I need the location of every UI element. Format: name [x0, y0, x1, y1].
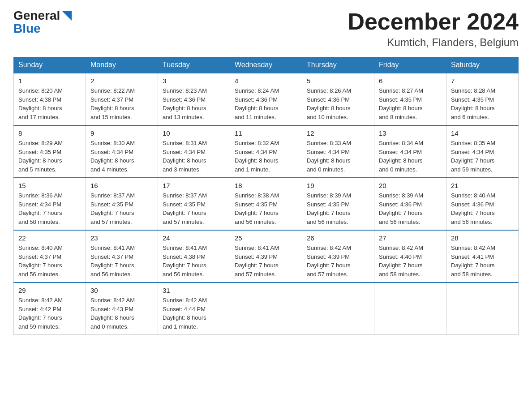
- month-title: December 2024: [348, 9, 519, 34]
- header-cell-tuesday: Tuesday: [158, 57, 230, 73]
- day-info: Sunrise: 8:38 AMSunset: 4:35 PMDaylight:…: [235, 191, 297, 226]
- day-cell: 15Sunrise: 8:36 AMSunset: 4:34 PMDayligh…: [14, 178, 86, 230]
- day-number: 1: [18, 77, 81, 85]
- day-cell: 9Sunrise: 8:30 AMSunset: 4:34 PMDaylight…: [86, 125, 158, 178]
- day-info: Sunrise: 8:39 AMSunset: 4:35 PMDaylight:…: [307, 191, 369, 226]
- day-number: 5: [307, 77, 369, 85]
- day-info: Sunrise: 8:35 AMSunset: 4:34 PMDaylight:…: [451, 139, 514, 174]
- day-cell: [230, 283, 302, 335]
- day-info: Sunrise: 8:30 AMSunset: 4:34 PMDaylight:…: [90, 139, 153, 174]
- logo-blue-text: Blue: [13, 22, 41, 35]
- day-cell: 1Sunrise: 8:20 AMSunset: 4:38 PMDaylight…: [14, 73, 86, 125]
- day-info: Sunrise: 8:37 AMSunset: 4:35 PMDaylight:…: [90, 191, 153, 226]
- day-cell: 7Sunrise: 8:28 AMSunset: 4:35 PMDaylight…: [446, 73, 519, 125]
- day-number: 13: [379, 129, 442, 137]
- week-row-2: 8Sunrise: 8:29 AMSunset: 4:35 PMDaylight…: [14, 125, 519, 178]
- day-cell: 30Sunrise: 8:42 AMSunset: 4:43 PMDayligh…: [86, 283, 158, 335]
- day-cell: 19Sunrise: 8:39 AMSunset: 4:35 PMDayligh…: [302, 178, 374, 230]
- day-info: Sunrise: 8:22 AMSunset: 4:37 PMDaylight:…: [90, 86, 153, 121]
- day-cell: 29Sunrise: 8:42 AMSunset: 4:42 PMDayligh…: [14, 283, 86, 335]
- day-cell: 16Sunrise: 8:37 AMSunset: 4:35 PMDayligh…: [86, 178, 158, 230]
- day-cell: 11Sunrise: 8:32 AMSunset: 4:34 PMDayligh…: [230, 125, 302, 178]
- day-number: 29: [18, 287, 81, 294]
- day-info: Sunrise: 8:29 AMSunset: 4:35 PMDaylight:…: [18, 139, 81, 174]
- day-number: 3: [163, 77, 225, 85]
- day-cell: 17Sunrise: 8:37 AMSunset: 4:35 PMDayligh…: [158, 178, 230, 230]
- day-number: 15: [18, 182, 81, 189]
- day-cell: 23Sunrise: 8:41 AMSunset: 4:37 PMDayligh…: [86, 230, 158, 283]
- title-area: December 2024 Kumtich, Flanders, Belgium: [348, 9, 519, 49]
- week-row-5: 29Sunrise: 8:42 AMSunset: 4:42 PMDayligh…: [14, 283, 519, 335]
- day-info: Sunrise: 8:32 AMSunset: 4:34 PMDaylight:…: [235, 139, 297, 174]
- day-cell: 25Sunrise: 8:41 AMSunset: 4:39 PMDayligh…: [230, 230, 302, 283]
- day-number: 2: [90, 77, 153, 85]
- day-info: Sunrise: 8:33 AMSunset: 4:34 PMDaylight:…: [307, 139, 369, 174]
- day-info: Sunrise: 8:28 AMSunset: 4:35 PMDaylight:…: [451, 86, 514, 121]
- header-cell-wednesday: Wednesday: [230, 57, 302, 73]
- day-number: 17: [163, 182, 225, 189]
- day-cell: 14Sunrise: 8:35 AMSunset: 4:34 PMDayligh…: [446, 125, 519, 178]
- day-number: 30: [90, 287, 153, 294]
- day-info: Sunrise: 8:20 AMSunset: 4:38 PMDaylight:…: [18, 86, 81, 121]
- day-number: 19: [307, 182, 369, 189]
- header-cell-saturday: Saturday: [446, 57, 519, 73]
- header-cell-sunday: Sunday: [14, 57, 86, 73]
- svg-marker-0: [62, 11, 72, 21]
- day-cell: 28Sunrise: 8:42 AMSunset: 4:41 PMDayligh…: [446, 230, 519, 283]
- day-info: Sunrise: 8:37 AMSunset: 4:35 PMDaylight:…: [163, 191, 225, 226]
- day-number: 23: [90, 234, 153, 242]
- day-cell: 21Sunrise: 8:40 AMSunset: 4:36 PMDayligh…: [446, 178, 519, 230]
- day-number: 10: [163, 129, 225, 137]
- day-info: Sunrise: 8:42 AMSunset: 4:43 PMDaylight:…: [90, 296, 153, 331]
- day-cell: 24Sunrise: 8:41 AMSunset: 4:38 PMDayligh…: [158, 230, 230, 283]
- day-info: Sunrise: 8:31 AMSunset: 4:34 PMDaylight:…: [163, 139, 225, 174]
- day-info: Sunrise: 8:36 AMSunset: 4:34 PMDaylight:…: [18, 191, 81, 226]
- day-info: Sunrise: 8:40 AMSunset: 4:36 PMDaylight:…: [451, 191, 514, 226]
- day-cell: 26Sunrise: 8:42 AMSunset: 4:39 PMDayligh…: [302, 230, 374, 283]
- day-number: 26: [307, 234, 369, 242]
- day-number: 28: [451, 234, 514, 242]
- day-number: 25: [235, 234, 297, 242]
- day-number: 12: [307, 129, 369, 137]
- day-number: 8: [18, 129, 81, 137]
- day-number: 9: [90, 129, 153, 137]
- day-number: 18: [235, 182, 297, 189]
- day-number: 4: [235, 77, 297, 85]
- day-info: Sunrise: 8:39 AMSunset: 4:36 PMDaylight:…: [379, 191, 442, 226]
- day-info: Sunrise: 8:41 AMSunset: 4:38 PMDaylight:…: [163, 244, 225, 278]
- day-cell: 2Sunrise: 8:22 AMSunset: 4:37 PMDaylight…: [86, 73, 158, 125]
- day-cell: [302, 283, 374, 335]
- day-number: 11: [235, 129, 297, 137]
- day-info: Sunrise: 8:42 AMSunset: 4:41 PMDaylight:…: [451, 244, 514, 278]
- day-cell: 18Sunrise: 8:38 AMSunset: 4:35 PMDayligh…: [230, 178, 302, 230]
- day-cell: 8Sunrise: 8:29 AMSunset: 4:35 PMDaylight…: [14, 125, 86, 178]
- day-number: 22: [18, 234, 81, 242]
- day-info: Sunrise: 8:41 AMSunset: 4:39 PMDaylight:…: [235, 244, 297, 278]
- week-row-3: 15Sunrise: 8:36 AMSunset: 4:34 PMDayligh…: [14, 178, 519, 230]
- day-info: Sunrise: 8:34 AMSunset: 4:34 PMDaylight:…: [379, 139, 442, 174]
- day-cell: 13Sunrise: 8:34 AMSunset: 4:34 PMDayligh…: [374, 125, 446, 178]
- day-info: Sunrise: 8:42 AMSunset: 4:44 PMDaylight:…: [163, 296, 225, 331]
- day-cell: 3Sunrise: 8:23 AMSunset: 4:36 PMDaylight…: [158, 73, 230, 125]
- day-info: Sunrise: 8:24 AMSunset: 4:36 PMDaylight:…: [235, 86, 297, 121]
- day-cell: 6Sunrise: 8:27 AMSunset: 4:35 PMDaylight…: [374, 73, 446, 125]
- day-info: Sunrise: 8:27 AMSunset: 4:35 PMDaylight:…: [379, 86, 442, 121]
- day-cell: 10Sunrise: 8:31 AMSunset: 4:34 PMDayligh…: [158, 125, 230, 178]
- header-cell-thursday: Thursday: [302, 57, 374, 73]
- day-number: 6: [379, 77, 442, 85]
- day-number: 27: [379, 234, 442, 242]
- day-info: Sunrise: 8:42 AMSunset: 4:40 PMDaylight:…: [379, 244, 442, 278]
- location-title: Kumtich, Flanders, Belgium: [348, 36, 519, 49]
- day-cell: [446, 283, 519, 335]
- header-cell-monday: Monday: [86, 57, 158, 73]
- day-cell: 5Sunrise: 8:26 AMSunset: 4:36 PMDaylight…: [302, 73, 374, 125]
- day-number: 16: [90, 182, 153, 189]
- day-info: Sunrise: 8:42 AMSunset: 4:42 PMDaylight:…: [18, 296, 81, 331]
- day-number: 24: [163, 234, 225, 242]
- day-cell: 20Sunrise: 8:39 AMSunset: 4:36 PMDayligh…: [374, 178, 446, 230]
- day-info: Sunrise: 8:41 AMSunset: 4:37 PMDaylight:…: [90, 244, 153, 278]
- logo-triangle-icon: [62, 11, 72, 21]
- day-number: 31: [163, 287, 225, 294]
- logo: General Blue: [13, 9, 72, 35]
- header-cell-friday: Friday: [374, 57, 446, 73]
